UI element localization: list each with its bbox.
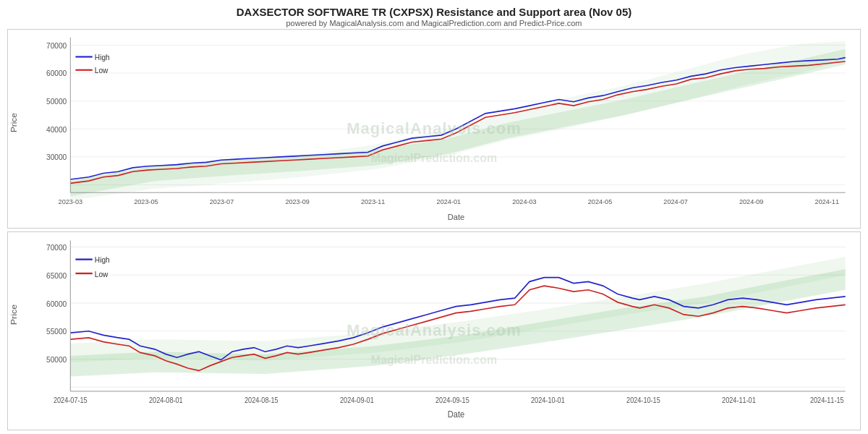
svg-text:55000: 55000 xyxy=(46,326,67,336)
svg-text:2023-03: 2023-03 xyxy=(59,197,82,205)
svg-text:70000: 70000 xyxy=(46,41,67,49)
svg-text:Price: Price xyxy=(9,304,19,325)
svg-text:Date: Date xyxy=(448,409,465,420)
svg-text:50000: 50000 xyxy=(46,354,67,364)
charts-wrapper: 70000 60000 50000 40000 30000 Price xyxy=(7,29,861,430)
svg-text:2024-09: 2024-09 xyxy=(739,197,763,205)
svg-text:2024-07-15: 2024-07-15 xyxy=(54,396,88,404)
svg-text:2024-10-15: 2024-10-15 xyxy=(626,396,660,404)
svg-text:2024-10-01: 2024-10-01 xyxy=(531,396,565,404)
svg-text:60000: 60000 xyxy=(46,299,67,308)
chart-header: DAXSECTOR SOFTWARE TR (CXPSX) Resistance… xyxy=(7,6,861,27)
svg-text:30000: 30000 xyxy=(46,153,67,161)
svg-text:Low: Low xyxy=(95,67,109,75)
main-container: DAXSECTOR SOFTWARE TR (CXPSX) Resistance… xyxy=(0,0,868,434)
svg-text:65000: 65000 xyxy=(46,271,67,280)
svg-text:2024-07: 2024-07 xyxy=(663,197,687,205)
svg-text:70000: 70000 xyxy=(46,242,67,252)
svg-text:60000: 60000 xyxy=(46,69,67,77)
svg-text:2023-07: 2023-07 xyxy=(210,197,234,205)
svg-text:2024-11: 2024-11 xyxy=(815,197,839,205)
chart-subtitle: powered by MagicalAnalysis.com and Magic… xyxy=(7,19,861,27)
svg-text:2024-03: 2024-03 xyxy=(512,197,536,205)
svg-text:40000: 40000 xyxy=(46,125,67,133)
svg-text:50000: 50000 xyxy=(46,98,67,106)
svg-text:2024-05: 2024-05 xyxy=(588,197,612,205)
svg-text:2024-08-15: 2024-08-15 xyxy=(244,396,278,404)
chart-bottom: 70000 65000 60000 55000 50000 Price xyxy=(7,231,861,431)
svg-text:2024-08-01: 2024-08-01 xyxy=(149,396,183,404)
svg-text:2024-09-01: 2024-09-01 xyxy=(340,396,374,404)
svg-text:2023-11: 2023-11 xyxy=(361,197,385,205)
svg-text:2024-11-01: 2024-11-01 xyxy=(722,396,756,404)
svg-text:2023-05: 2023-05 xyxy=(134,197,158,205)
svg-text:2024-11-15: 2024-11-15 xyxy=(810,396,844,404)
svg-text:High: High xyxy=(95,54,110,61)
chart-title: DAXSECTOR SOFTWARE TR (CXPSX) Resistance… xyxy=(7,6,861,18)
svg-text:2023-09: 2023-09 xyxy=(285,197,309,205)
svg-text:Low: Low xyxy=(95,268,109,278)
svg-text:High: High xyxy=(95,255,110,264)
svg-text:2024-01: 2024-01 xyxy=(437,197,461,205)
chart-top-svg: 70000 60000 50000 40000 30000 Price xyxy=(8,30,860,228)
svg-text:Price: Price xyxy=(9,113,18,132)
svg-text:Date: Date xyxy=(448,213,465,221)
chart-top: 70000 60000 50000 40000 30000 Price xyxy=(7,29,861,229)
chart-bottom-svg: 70000 65000 60000 55000 50000 Price xyxy=(8,232,860,430)
svg-text:2024-09-15: 2024-09-15 xyxy=(435,396,469,404)
